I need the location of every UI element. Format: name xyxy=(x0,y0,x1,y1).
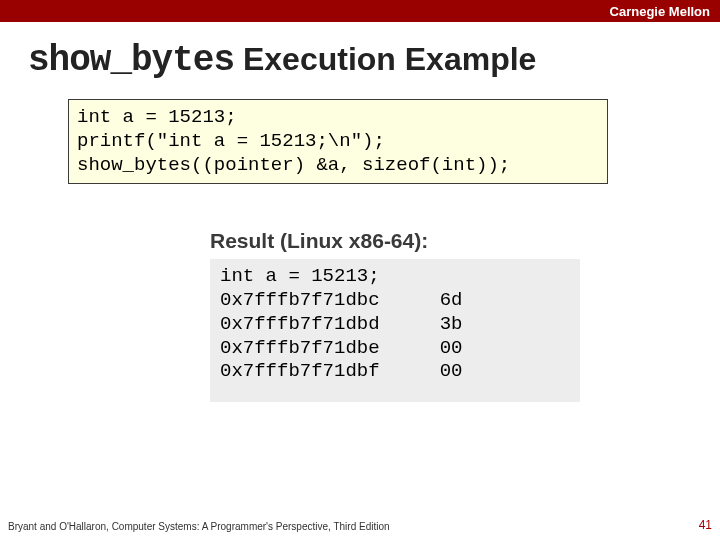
university-label: Carnegie Mellon xyxy=(610,4,710,19)
result-row: 0x7fffb7f71dbe 00 xyxy=(220,337,462,361)
result-val: 3b xyxy=(440,313,463,337)
slide-title: show_bytes Execution Example xyxy=(28,40,720,81)
footer-attribution: Bryant and O'Hallaron, Computer Systems:… xyxy=(8,521,390,532)
result-table: 0x7fffb7f71dbc 6d 0x7fffb7f71dbd 3b 0x7f… xyxy=(220,289,462,384)
page-number: 41 xyxy=(699,518,712,532)
result-box: int a = 15213; 0x7fffb7f71dbc 6d 0x7fffb… xyxy=(210,259,580,402)
result-row: 0x7fffb7f71dbd 3b xyxy=(220,313,462,337)
code-line-1: int a = 15213; xyxy=(77,106,237,128)
result-addr: 0x7fffb7f71dbd xyxy=(220,313,440,337)
result-row: 0x7fffb7f71dbc 6d xyxy=(220,289,462,313)
result-first-line: int a = 15213; xyxy=(220,265,570,289)
result-addr: 0x7fffb7f71dbe xyxy=(220,337,440,361)
result-val: 00 xyxy=(440,337,463,361)
title-rest: Execution Example xyxy=(234,41,536,77)
result-val: 00 xyxy=(440,360,463,384)
result-section: Result (Linux x86-64): int a = 15213; 0x… xyxy=(210,229,720,402)
title-mono: show_bytes xyxy=(28,40,234,81)
code-box: int a = 15213; printf("int a = 15213;\n"… xyxy=(68,99,608,184)
result-addr: 0x7fffb7f71dbc xyxy=(220,289,440,313)
result-row: 0x7fffb7f71dbf 00 xyxy=(220,360,462,384)
result-val: 6d xyxy=(440,289,463,313)
footer: Bryant and O'Hallaron, Computer Systems:… xyxy=(8,518,712,532)
header-bar: Carnegie Mellon xyxy=(0,0,720,22)
code-line-3: show_bytes((pointer) &a, sizeof(int)); xyxy=(77,154,510,176)
code-line-2: printf("int a = 15213;\n"); xyxy=(77,130,385,152)
result-heading: Result (Linux x86-64): xyxy=(210,229,720,253)
result-addr: 0x7fffb7f71dbf xyxy=(220,360,440,384)
